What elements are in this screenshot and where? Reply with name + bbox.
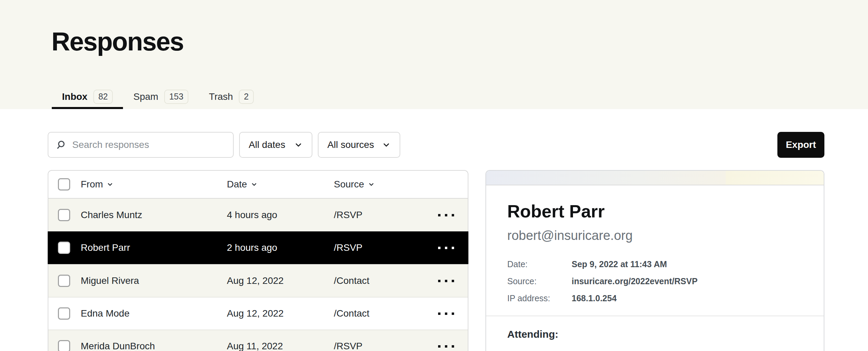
ellipsis-icon [452, 214, 454, 216]
row-source: /RSVP [334, 210, 413, 220]
ellipsis-icon [445, 345, 447, 348]
meta-value: 168.1.0.254 [572, 293, 617, 303]
ellipsis-icon [445, 312, 447, 315]
ellipsis-icon [452, 312, 454, 315]
source-filter-dropdown[interactable]: All sources [318, 132, 400, 158]
row-actions-button[interactable] [437, 343, 455, 350]
select-all-checkbox[interactable] [58, 178, 70, 190]
table-row[interactable]: Charles Muntz 4 hours ago /RSVP [48, 199, 468, 231]
ellipsis-icon [438, 345, 440, 348]
tab-count-badge: 2 [239, 90, 254, 104]
meta-value: Sep 9, 2022 at 11:43 AM [572, 259, 667, 269]
ellipsis-icon [445, 280, 447, 282]
search-box[interactable] [48, 132, 234, 158]
tab-label: Inbox [62, 91, 88, 102]
row-from: Charles Muntz [81, 210, 227, 220]
respondent-name: Robert Parr [507, 201, 803, 222]
tab-inbox[interactable]: Inbox 82 [52, 87, 123, 109]
ellipsis-icon [438, 280, 440, 282]
row-from: Edna Mode [81, 308, 227, 319]
meta-label: Source: [507, 276, 572, 286]
meta-label: Date: [507, 259, 572, 269]
header-band: Responses Inbox 82 Spam 153 Trash 2 [0, 0, 868, 109]
row-checkbox[interactable] [58, 275, 70, 287]
ellipsis-icon [438, 214, 440, 216]
row-date: Aug 12, 2022 [227, 308, 334, 319]
detail-gradient-banner [486, 171, 824, 185]
table-row[interactable]: Merida DunBroch Aug 11, 2022 /RSVP [48, 330, 468, 351]
ellipsis-icon [445, 214, 447, 216]
row-date: Aug 11, 2022 [227, 341, 334, 351]
row-date: 2 hours ago [227, 242, 334, 253]
ellipsis-icon [452, 247, 454, 249]
tab-count-badge: 82 [93, 90, 113, 104]
response-detail-panel: Robert Parr robert@insuricare.org Date: … [485, 170, 824, 351]
table-row[interactable]: Miguel Rivera Aug 12, 2022 /Contact [48, 264, 468, 297]
meta-row: Source: insuricare.org/2022event/RSVP [507, 276, 803, 286]
chevron-down-icon [294, 140, 303, 149]
sort-date-header[interactable]: Date [227, 179, 334, 190]
row-actions-button[interactable] [437, 310, 455, 317]
from-header-label: From [81, 179, 103, 190]
toolbar: All dates All sources Export [48, 132, 824, 158]
row-date: 4 hours ago [227, 210, 334, 220]
ellipsis-icon [445, 247, 447, 249]
date-header-label: Date [227, 179, 247, 190]
row-actions-button[interactable] [437, 278, 455, 284]
ellipsis-icon [452, 345, 454, 348]
source-header-label: Source [334, 179, 364, 190]
table-body: Charles Muntz 4 hours ago /RSVP Robert P… [48, 199, 468, 351]
ellipsis-icon [438, 247, 440, 249]
tab-count-badge: 153 [164, 90, 189, 104]
tab-label: Trash [209, 91, 233, 102]
tab-spam[interactable]: Spam 153 [123, 87, 199, 109]
ellipsis-icon [438, 312, 440, 315]
table-row[interactable]: Edna Mode Aug 12, 2022 /Contact [48, 297, 468, 330]
responses-table: From Date Source Charles Muntz [48, 170, 468, 351]
tab-trash[interactable]: Trash 2 [199, 87, 264, 109]
row-checkbox[interactable] [58, 242, 70, 254]
detail-meta-list: Date: Sep 9, 2022 at 11:43 AM Source: in… [507, 259, 803, 303]
detail-divider [486, 316, 824, 316]
meta-label: IP address: [507, 293, 572, 303]
sort-source-header[interactable]: Source [334, 179, 413, 190]
tab-bar: Inbox 82 Spam 153 Trash 2 [52, 87, 264, 109]
detail-body: Robert Parr robert@insuricare.org Date: … [486, 201, 824, 340]
row-checkbox[interactable] [58, 307, 70, 320]
chevron-down-icon [107, 181, 113, 188]
tab-label: Spam [133, 91, 158, 102]
row-source: /RSVP [334, 242, 413, 253]
row-source: /RSVP [334, 341, 413, 351]
meta-value: insuricare.org/2022event/RSVP [572, 276, 698, 286]
row-from: Merida DunBroch [81, 341, 227, 351]
search-input[interactable] [72, 139, 226, 150]
row-checkbox[interactable] [58, 209, 70, 221]
row-source: /Contact [334, 308, 413, 319]
row-from: Miguel Rivera [81, 275, 227, 286]
export-button[interactable]: Export [777, 132, 824, 158]
chevron-down-icon [251, 181, 258, 188]
ellipsis-icon [452, 280, 454, 282]
sort-from-header[interactable]: From [81, 179, 227, 190]
table-header-row: From Date Source [48, 171, 468, 199]
table-row[interactable]: Robert Parr 2 hours ago /RSVP [48, 231, 468, 264]
chevron-down-icon [368, 181, 375, 188]
date-filter-label: All dates [249, 139, 285, 150]
row-from: Robert Parr [81, 242, 227, 253]
meta-row: Date: Sep 9, 2022 at 11:43 AM [507, 259, 803, 269]
meta-row: IP address: 168.1.0.254 [507, 293, 803, 303]
row-actions-button[interactable] [437, 245, 455, 251]
attending-heading: Attending: [507, 329, 803, 340]
row-checkbox[interactable] [58, 340, 70, 351]
row-date: Aug 12, 2022 [227, 275, 334, 286]
source-filter-label: All sources [327, 139, 374, 150]
search-icon [56, 140, 66, 150]
date-filter-dropdown[interactable]: All dates [239, 132, 312, 158]
respondent-email: robert@insuricare.org [507, 228, 803, 243]
chevron-down-icon [382, 140, 391, 149]
page-title: Responses [51, 27, 184, 56]
row-source: /Contact [334, 275, 413, 286]
row-actions-button[interactable] [437, 212, 455, 218]
